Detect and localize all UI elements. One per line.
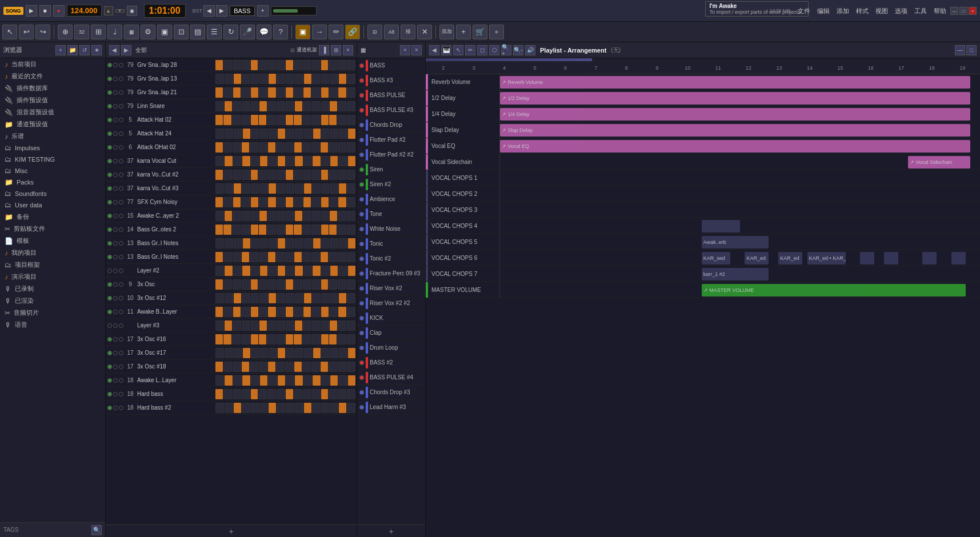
step-12-1[interactable] (223, 225, 231, 235)
step-16-12[interactable] (321, 279, 329, 290)
step-25-15[interactable] (347, 403, 355, 413)
record-button[interactable]: ● (53, 5, 65, 17)
step-25-1[interactable] (225, 403, 233, 413)
prev-btn[interactable]: ◀ (203, 5, 215, 17)
step-23-5[interactable] (260, 375, 267, 386)
step-4-15[interactable] (347, 115, 355, 125)
step-19-6[interactable] (267, 320, 276, 331)
seq-dot-1[interactable] (107, 77, 112, 81)
step-21-14[interactable] (339, 348, 347, 358)
step-14-13[interactable] (329, 252, 337, 262)
step-11-15[interactable] (347, 211, 355, 221)
step-21-12[interactable] (321, 348, 330, 358)
step-22-14[interactable] (338, 362, 346, 372)
step-6-10[interactable] (302, 142, 311, 153)
seq-dot3-5[interactable] (119, 131, 123, 136)
fl-ch-row-13[interactable]: Tonic #2 (357, 251, 425, 266)
step-21-3[interactable] (243, 348, 250, 358)
step-15-15[interactable] (348, 266, 355, 276)
step-16-4[interactable] (251, 279, 258, 290)
sidebar-item-8[interactable]: 🗂 KIM TESTING (0, 154, 105, 165)
seq-dot3-23[interactable] (119, 378, 123, 383)
step-9-1[interactable] (225, 183, 233, 194)
step-14-3[interactable] (242, 252, 249, 262)
seq-dot2-8[interactable] (113, 173, 118, 177)
fl-ch-row-6[interactable]: Flutter Pad #2 #2 (357, 147, 425, 162)
seq-dot2-24[interactable] (113, 392, 118, 396)
sidebar-item-20[interactable]: 🎙 已渲染 (0, 295, 105, 307)
step-10-5[interactable] (259, 197, 267, 207)
fl-ch-add-btn[interactable]: + (400, 45, 410, 55)
seq-dot-24[interactable] (107, 392, 112, 396)
step-10-12[interactable] (321, 197, 329, 207)
step-20-15[interactable] (347, 334, 355, 344)
sidebar-item-11[interactable]: 🗂 Soundfonts (0, 188, 105, 199)
playlist-clip-3-0[interactable]: ↗ Slap Delay (500, 124, 970, 137)
step-10-2[interactable] (233, 197, 241, 207)
seq-dot3-11[interactable] (119, 214, 123, 218)
step-14-8[interactable] (285, 252, 294, 262)
step-18-14[interactable] (338, 307, 346, 317)
step-5-11[interactable] (313, 129, 321, 139)
step-16-10[interactable] (303, 279, 311, 290)
fl-ch-row-17[interactable]: KICK (357, 311, 425, 326)
step-10-9[interactable] (294, 197, 302, 207)
sidebar-item-1[interactable]: ♪ 最近的文件 (0, 70, 105, 82)
tb-undo[interactable]: ↩ (19, 25, 34, 39)
step-13-12[interactable] (321, 238, 330, 249)
pl-select-btn[interactable]: ⬡ (489, 45, 499, 55)
step-21-0[interactable] (215, 348, 224, 358)
menu-add[interactable]: 添加 (834, 7, 852, 15)
step-18-13[interactable] (329, 307, 338, 317)
step-18-8[interactable] (286, 307, 293, 317)
step-24-12[interactable] (321, 389, 329, 399)
step-20-13[interactable] (329, 334, 337, 344)
step-12-12[interactable] (321, 225, 329, 235)
step-3-15[interactable] (347, 101, 355, 111)
step-4-10[interactable] (302, 115, 311, 125)
step-8-14[interactable] (338, 170, 346, 180)
seq-name-16[interactable]: 3x Osc (137, 281, 213, 287)
sidebar-item-14[interactable]: ✂ 剪贴板文件 (0, 223, 105, 235)
step-1-5[interactable] (259, 74, 268, 84)
add-channel-btn[interactable]: + (257, 5, 269, 17)
playlist-clip-11-2[interactable]: KAR_ed (778, 252, 802, 265)
step-13-1[interactable] (225, 238, 233, 249)
step-22-13[interactable] (329, 362, 337, 372)
fl-ch-row-14[interactable]: Fracture Perc 09 #3 (357, 266, 425, 281)
step-25-2[interactable] (234, 403, 241, 413)
step-0-15[interactable] (347, 60, 355, 70)
step-5-10[interactable] (304, 129, 313, 139)
step-11-14[interactable] (338, 211, 346, 221)
step-8-8[interactable] (286, 170, 293, 180)
step-20-2[interactable] (232, 334, 241, 344)
tb-edit-cursor[interactable]: ✏ (329, 25, 343, 39)
step-13-5[interactable] (259, 238, 268, 249)
seq-dot-2[interactable] (107, 90, 112, 95)
playlist-clip-12-0[interactable]: karr_1 #2 (702, 268, 769, 280)
menu-options[interactable]: 选项 (892, 7, 910, 15)
seq-dot3-15[interactable] (119, 268, 123, 273)
step-3-3[interactable] (242, 101, 250, 111)
tb-mic[interactable]: 🎤 (240, 25, 255, 39)
step-8-1[interactable] (223, 170, 232, 180)
step-12-13[interactable] (329, 225, 337, 235)
seq-dot3-16[interactable] (119, 282, 123, 287)
fl-ch-row-22[interactable]: Chords Drop #3 (357, 385, 425, 400)
seq-dot2-10[interactable] (113, 200, 118, 205)
step-12-10[interactable] (302, 225, 311, 235)
fl-ch-add-row-btn[interactable]: + (357, 524, 425, 537)
step-0-11[interactable] (312, 60, 321, 70)
step-4-13[interactable] (329, 115, 337, 125)
step-2-1[interactable] (223, 87, 232, 98)
step-20-14[interactable] (337, 334, 346, 344)
step-2-4[interactable] (251, 87, 258, 98)
step-1-3[interactable] (242, 74, 250, 84)
step-3-6[interactable] (267, 101, 276, 111)
step-25-6[interactable] (269, 403, 276, 413)
step-17-1[interactable] (225, 293, 233, 303)
step-9-0[interactable] (215, 183, 224, 194)
step-3-8[interactable] (286, 101, 294, 111)
step-7-4[interactable] (251, 156, 259, 166)
seq-name-14[interactable]: Bass Gr..l Notes (137, 254, 213, 260)
